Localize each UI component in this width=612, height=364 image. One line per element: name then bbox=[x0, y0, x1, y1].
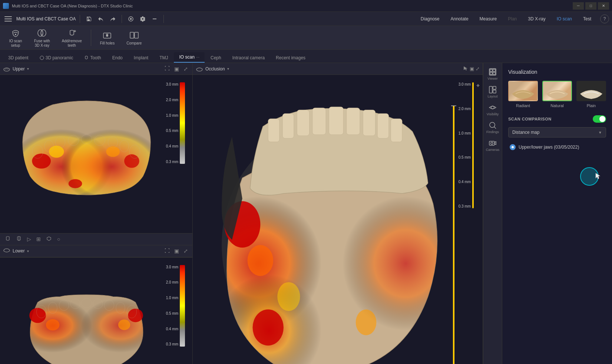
minimize-button[interactable]: ─ bbox=[573, 2, 584, 10]
cursor-arrow bbox=[595, 172, 601, 180]
tab-3d-patient[interactable]: 3D patient bbox=[3, 53, 34, 63]
svg-rect-53 bbox=[347, 108, 360, 135]
right-sidebar: Viewer Layout bbox=[483, 63, 612, 364]
tab-tmj[interactable]: TMJ bbox=[154, 53, 173, 63]
settings-button[interactable] bbox=[138, 15, 148, 23]
upper-viewport[interactable]: 3.0 mm 2.0 mm 1.0 mm 0.5 mm 0.4 mm 0.3 m… bbox=[0, 75, 192, 233]
tab-implant[interactable]: Implant bbox=[129, 53, 153, 63]
upper-grid-btn[interactable]: ▣ bbox=[173, 65, 181, 73]
tab-recent-images[interactable]: Recent images bbox=[271, 53, 311, 63]
upper-fit-btn[interactable] bbox=[163, 65, 171, 73]
sidebar-item-layout[interactable]: Layout bbox=[485, 84, 500, 100]
lower-grid-btn[interactable]: ▣ bbox=[173, 247, 181, 255]
fill-holes-tool[interactable]: Fill holes bbox=[96, 28, 119, 48]
plain-thumb bbox=[576, 81, 606, 101]
add-remove-teeth-tool[interactable]: Add/removeteeth bbox=[57, 26, 86, 50]
tab-io-scan[interactable]: IO scan ··· bbox=[174, 52, 205, 63]
occlusion-jaw-icon bbox=[196, 66, 203, 72]
cameras-label: Cameras bbox=[486, 148, 500, 152]
lower-viewport[interactable]: 3.0 mm 2.0 mm 1.0 mm 0.5 mm 0.4 mm 0.3 m… bbox=[0, 257, 192, 364]
upper-scale-label-3: 0.5 mm bbox=[166, 129, 178, 133]
maximize-button[interactable]: □ bbox=[585, 2, 596, 10]
render-button[interactable] bbox=[126, 15, 136, 23]
tab-ceph[interactable]: Ceph bbox=[205, 53, 226, 63]
menu-nav: Diagnose Annotate Measure Plan 3D X-ray … bbox=[416, 14, 609, 23]
tab-intraoral-camera[interactable]: Intraoral camera bbox=[227, 53, 270, 63]
distance-map-dropdown[interactable]: Distance map ▼ bbox=[508, 127, 606, 138]
sidebar-item-findings[interactable]: Findings bbox=[485, 119, 500, 136]
svg-point-13 bbox=[32, 153, 51, 169]
compare-tool[interactable]: Compare bbox=[122, 28, 146, 48]
undo-button[interactable] bbox=[96, 15, 106, 23]
help-button[interactable]: ? bbox=[600, 14, 609, 23]
occlusion-chevron[interactable]: ▾ bbox=[227, 67, 229, 71]
save-button[interactable] bbox=[84, 15, 94, 23]
svg-rect-48 bbox=[268, 119, 279, 142]
upper-tool-6[interactable]: ○ bbox=[55, 235, 62, 243]
svg-point-12 bbox=[40, 56, 44, 60]
sidebar-item-visibility[interactable]: Visibility bbox=[485, 102, 500, 118]
upper-tool-4[interactable]: ⊞ bbox=[34, 235, 43, 243]
hamburger-menu[interactable] bbox=[3, 14, 13, 24]
nav-3d-xray[interactable]: 3D X-ray bbox=[523, 14, 550, 23]
nav-measure[interactable]: Measure bbox=[474, 14, 502, 23]
center-scale-icon[interactable]: ⌖ bbox=[476, 82, 480, 89]
lower-expand-btn[interactable]: ⤢ bbox=[182, 247, 189, 255]
fuse-3d-xray-tool[interactable]: Fuse with3D X-ray bbox=[30, 26, 54, 50]
nav-diagnose[interactable]: Diagnose bbox=[416, 14, 445, 23]
app-icon bbox=[3, 3, 9, 9]
title-bar-controls[interactable]: ─ □ ✕ bbox=[573, 2, 609, 10]
svg-point-45 bbox=[248, 245, 274, 276]
upper-tool-1[interactable] bbox=[3, 235, 13, 244]
tool-bar: IO scansetup Fuse with3D X-ray Add/remov… bbox=[0, 26, 612, 50]
occlusion-label[interactable]: Occlusion bbox=[205, 66, 225, 72]
center-expand-btn[interactable]: ⤢ bbox=[476, 66, 480, 72]
appearance-natural[interactable]: Natural bbox=[542, 81, 572, 108]
appearance-plain[interactable]: Plain bbox=[576, 81, 606, 108]
lower-label[interactable]: Lower bbox=[13, 248, 25, 254]
upper-chevron[interactable]: ▾ bbox=[27, 67, 29, 71]
sidebar-item-viewer[interactable]: Viewer bbox=[485, 66, 500, 82]
upper-viewport-controls: ▣ ⤢ bbox=[163, 65, 189, 73]
center-cursor-btn[interactable] bbox=[463, 66, 468, 72]
nav-io-scan[interactable]: IO scan bbox=[552, 14, 577, 23]
lower-chevron[interactable]: ▾ bbox=[27, 249, 29, 253]
svg-point-15 bbox=[69, 179, 82, 188]
svg-point-14 bbox=[124, 154, 139, 168]
occlusion-model bbox=[193, 75, 483, 364]
tab-endo[interactable]: Endo bbox=[107, 53, 128, 63]
natural-thumb bbox=[542, 81, 572, 101]
tab-tooth[interactable]: Tooth bbox=[79, 53, 106, 63]
more-button[interactable] bbox=[149, 15, 160, 23]
center-viewport[interactable]: 3.0 mm 2.0 mm 1.0 mm 0.5 mm 0.4 mm 0.3 m… bbox=[193, 75, 483, 364]
upper-label[interactable]: Upper bbox=[13, 66, 25, 72]
appearance-radiant[interactable]: Radiant bbox=[508, 81, 538, 108]
scan-comparison-toggle[interactable] bbox=[593, 115, 606, 123]
visibility-label: Visibility bbox=[487, 112, 499, 116]
upper-tool-3[interactable]: ▷ bbox=[25, 235, 33, 243]
radiant-thumb bbox=[508, 81, 538, 101]
svg-rect-66 bbox=[493, 86, 496, 89]
scan-option-1[interactable]: Upper/lower jaws (03/05/2022) bbox=[508, 142, 606, 152]
upper-tool-5[interactable] bbox=[44, 235, 54, 244]
redo-button[interactable] bbox=[107, 15, 118, 23]
close-button[interactable]: ✕ bbox=[598, 2, 609, 10]
svg-rect-52 bbox=[329, 107, 343, 135]
side-icons: Viewer Layout bbox=[483, 63, 502, 364]
add-remove-teeth-icon bbox=[67, 28, 77, 38]
title-bar-left: Multi IOS and CBCT Case OA (New Diagnosi… bbox=[3, 3, 133, 9]
svg-point-44 bbox=[253, 310, 284, 345]
upper-tool-2[interactable] bbox=[14, 235, 24, 244]
upper-expand-btn[interactable]: ⤢ bbox=[182, 65, 189, 73]
lower-fit-btn[interactable] bbox=[163, 247, 171, 255]
nav-annotate[interactable]: Annotate bbox=[446, 14, 474, 23]
tab-3d-panoramic[interactable]: 3D panoramic bbox=[34, 53, 79, 63]
nav-test[interactable]: Test bbox=[578, 14, 596, 23]
center-grid-btn[interactable]: ▣ bbox=[470, 66, 474, 72]
svg-point-72 bbox=[491, 142, 493, 145]
svg-point-9 bbox=[106, 34, 108, 37]
upper-dental-model bbox=[0, 75, 173, 217]
sidebar-item-cameras[interactable]: Cameras bbox=[485, 137, 500, 153]
io-scan-setup-tool[interactable]: IO scansetup bbox=[4, 26, 27, 50]
center-panel: Occlusion ▾ ▣ ⤢ bbox=[193, 63, 483, 364]
